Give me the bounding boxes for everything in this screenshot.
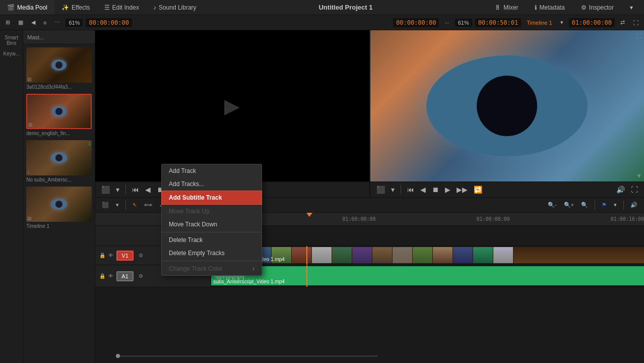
list-item[interactable]: ▤ demo_english_fin... — [26, 94, 92, 136]
flag-dropdown[interactable]: ▾ — [611, 201, 619, 209]
thumb-label-1: 3a0128cd3cf44fa3... — [26, 84, 92, 90]
main-layout: Smart Bins Keyw... Mast... ▤ 3a0128cd3cf… — [0, 30, 644, 363]
zoom-right[interactable]: 61% — [455, 19, 472, 27]
zoom-out[interactable]: 🔍- — [545, 201, 559, 209]
thumbnail-4: ▤ — [26, 187, 92, 222]
nav-edit-index[interactable]: ☰ Edit Index — [97, 0, 146, 15]
effects-icon: ✨ — [61, 4, 69, 11]
track-more-v1[interactable]: ⚙ — [139, 253, 143, 258]
empty-track-area — [95, 287, 644, 313]
chevron-down-left[interactable]: ▾ — [114, 185, 121, 195]
prev-mark-left[interactable]: ⏮ — [130, 185, 141, 195]
menu-delete-empty-tracks[interactable]: Delete Empty Tracks — [162, 247, 262, 260]
video-clip-v1[interactable]: subs_Amberscript_Video 1.mp4 — [211, 247, 644, 263]
timeline-tool-dropdown[interactable]: ▾ — [113, 201, 121, 209]
menu-delete-track[interactable]: Delete Track — [162, 233, 262, 247]
chevron-down-right[interactable]: ▾ — [389, 185, 397, 195]
prev-mark-right[interactable]: ⏮ — [405, 185, 416, 195]
thumbnail-2: ▤ — [26, 94, 92, 129]
scrubber-left[interactable] — [116, 355, 378, 357]
track-eye-v1[interactable]: 👁 — [108, 253, 113, 258]
menu-add-track[interactable]: Add Track — [162, 164, 262, 177]
track-name-a1: A1 — [116, 271, 133, 281]
menu-move-track-up: Move Track Up — [162, 205, 262, 218]
timeline-tool-1[interactable]: ⬛ — [99, 201, 111, 209]
loop-right[interactable]: 🔁 — [472, 185, 484, 195]
prev-frame-right[interactable]: ◀ — [418, 185, 428, 195]
nav-sound-library[interactable]: ♪ Sound Library — [146, 0, 204, 15]
preview-bottom-icon[interactable]: ▼ — [636, 172, 642, 179]
eye-preview — [426, 55, 588, 156]
menu-divider-1 — [162, 232, 262, 232]
ruler-mark-0: 01:00:00:00 — [342, 216, 375, 222]
trim-tool[interactable]: ⟺ — [142, 201, 155, 209]
list-icon: ☰ — [104, 4, 110, 11]
menu-divider-2 — [162, 261, 262, 261]
timeline-dropdown[interactable]: ▾ — [558, 18, 566, 27]
volume-icon[interactable]: 🔊 — [614, 185, 627, 195]
toolbar-icon1[interactable]: ⊞ — [3, 18, 13, 27]
menu-add-subtitle-track[interactable]: Add Subtitle Track — [161, 191, 262, 205]
list-item[interactable]: ♪ 1 No subs_Ambersc... — [26, 140, 92, 183]
timecode-left[interactable]: 00:00:00:00 — [86, 18, 132, 27]
monitor-icon[interactable]: ⬛ — [99, 185, 112, 195]
inspector-icon: ⚙ — [581, 4, 587, 11]
track-content-a1: subs_Amberscript_Video 1.mp4 — [211, 265, 644, 287]
flag-blue[interactable]: ⚑ — [599, 201, 609, 209]
menu-move-track-down[interactable]: Move Track Down — [162, 218, 262, 231]
media-pool-header: Mast... — [23, 30, 95, 44]
stop-right[interactable]: ⏹ — [430, 185, 441, 195]
monitor-icon-right[interactable]: ⬛ — [374, 185, 387, 195]
toolbar-dots[interactable]: ··· — [442, 19, 452, 27]
timecode-center[interactable]: 00:00:00:00 — [393, 18, 439, 27]
left-sidebar: Smart Bins Keyw... — [0, 30, 23, 363]
fullscreen-right[interactable]: ⛶ — [629, 185, 640, 195]
nav-mixer[interactable]: 🎚 Mixer — [488, 4, 525, 11]
track-lock-v1[interactable]: 🔒 — [99, 253, 105, 258]
toolbar-icon4[interactable]: ≡ — [41, 19, 49, 27]
mixer-icon: 🎚 — [495, 4, 501, 11]
toolbar: ⊞ ▦ ◀ ≡ ⋯ 61% 00:00:00:00 00:00:00:00 ··… — [0, 15, 644, 30]
track-name-v1: V1 — [116, 251, 133, 261]
sync-icon[interactable]: ⇄ — [618, 18, 627, 27]
menu-add-tracks[interactable]: Add Tracks... — [162, 177, 262, 191]
timeline-name[interactable]: Timeline 1 — [524, 19, 554, 27]
sidebar-item-smart-bins[interactable]: Smart Bins — [0, 33, 23, 47]
timecode-far-right[interactable]: 01:00:00:00 — [569, 18, 615, 27]
playhead-line-video — [306, 246, 307, 265]
list-item[interactable]: ▤ Timeline 1 — [26, 187, 92, 229]
nav-media-pool[interactable]: 🎬 Media Pool — [0, 0, 54, 15]
thumbnail-1: ▤ — [26, 47, 92, 83]
fullscreen-icon[interactable]: ⛶ — [630, 19, 641, 27]
volume-timeline[interactable]: 🔊 — [628, 201, 640, 209]
toolbar-icon5[interactable]: ⋯ — [52, 18, 62, 27]
next-frame-right[interactable]: ▶▶ — [455, 185, 470, 195]
prev-frame-left[interactable]: ◀ — [143, 185, 153, 195]
zoom-fit[interactable]: 🔍 — [578, 201, 591, 209]
menu-change-track-color: Change Track Color › — [162, 262, 262, 275]
ruler-mark-1: 01:00:08:00 — [477, 216, 510, 222]
toolbar-icon2[interactable]: ▦ — [16, 18, 26, 27]
nav-overflow[interactable]: ▾ — [623, 4, 640, 11]
zoom-in[interactable]: 🔍+ — [561, 201, 576, 209]
track-lock-a1[interactable]: 🔒 — [99, 273, 105, 279]
zoom-left[interactable]: 61% — [66, 19, 83, 27]
nav-inspector[interactable]: ⚙ Inspector — [574, 4, 621, 11]
nav-metadata[interactable]: ℹ Metadata — [528, 4, 572, 11]
thumbnail-3: ♪ 1 — [26, 140, 92, 175]
preview-expand-icon[interactable]: ⛶ — [636, 32, 642, 39]
audio-clip-a1[interactable]: subs_Amberscript_Video 1.mp4 — [211, 266, 644, 285]
timecode-right[interactable]: 00:00:50:01 — [475, 18, 521, 27]
playhead — [306, 213, 312, 217]
play-right[interactable]: ▶ — [443, 185, 453, 195]
sidebar-item-keyw[interactable]: Keyw... — [1, 49, 23, 58]
ruler-mark-2: 01:00:16:00 — [611, 216, 644, 222]
thumb-eye-1 — [26, 47, 92, 83]
list-item[interactable]: ▤ 3a0128cd3cf44fa3... — [26, 47, 92, 90]
project-title: Untitled Project 1 — [204, 4, 488, 11]
track-more-a1[interactable]: ⚙ — [139, 273, 143, 279]
track-eye-a1[interactable]: 👁 — [108, 273, 113, 279]
toolbar-icon3[interactable]: ◀ — [29, 18, 38, 27]
select-tool[interactable]: ↖ — [130, 201, 140, 209]
nav-effects[interactable]: ✨ Effects — [54, 0, 97, 15]
